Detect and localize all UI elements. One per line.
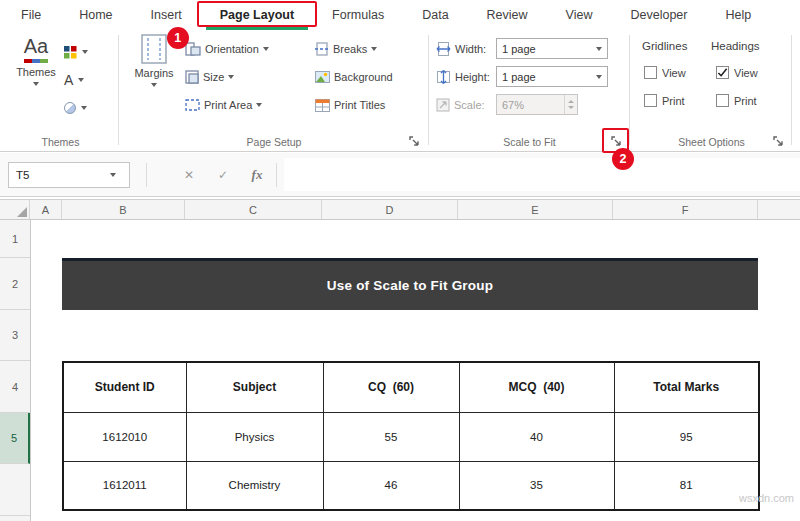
cell-student-id[interactable]: 1612011 (63, 461, 186, 510)
tab-page-layout[interactable]: Page Layout 1 (201, 0, 313, 30)
cell-subject[interactable]: Chemistry (186, 461, 323, 510)
sheet-options-dialog-launcher[interactable] (770, 133, 785, 148)
scale-label: Scale: (454, 99, 496, 111)
size-icon (185, 70, 199, 84)
row-header-6[interactable] (0, 464, 30, 516)
cell-mcq[interactable]: 40 (459, 412, 614, 461)
chevron-down-icon (33, 82, 39, 86)
page-setup-dialog-launcher[interactable] (406, 133, 421, 148)
tab-developer[interactable]: Developer (611, 0, 706, 30)
width-icon (436, 42, 451, 56)
name-box-input[interactable] (9, 169, 103, 181)
headings-print-checkbox[interactable] (716, 94, 729, 107)
formula-bar-divider (276, 163, 277, 187)
cancel-button[interactable]: ✕ (178, 164, 200, 186)
banner-title[interactable]: Use of Scale to Fit Group (62, 258, 758, 310)
cell-total[interactable]: 95 (614, 412, 759, 461)
column-header-filler (758, 200, 800, 219)
cell-subject[interactable]: Physics (186, 412, 323, 461)
tab-home[interactable]: Home (60, 0, 131, 30)
excel-window: File Home Insert Page Layout 1 Formulas … (0, 0, 800, 521)
column-headers: A B C D E F (0, 199, 800, 220)
header-student-id[interactable]: Student ID (63, 362, 186, 412)
enter-button[interactable]: ✓ (212, 164, 234, 186)
row-headers: 1 2 3 4 5 (0, 220, 31, 521)
dialog-launcher-icon (610, 135, 622, 147)
themes-button[interactable]: Aa Themes (10, 34, 62, 128)
column-header-f[interactable]: F (613, 200, 758, 219)
name-box[interactable] (8, 162, 130, 188)
chevron-down-icon (110, 173, 116, 177)
height-row: Height: (436, 66, 497, 88)
header-cq[interactable]: CQ (60) (323, 362, 459, 412)
cell-total[interactable]: 81 (614, 461, 759, 510)
gridlines-print-checkbox[interactable] (644, 94, 657, 107)
headings-view-checkbox[interactable] (716, 66, 729, 79)
tab-formulas[interactable]: Formulas (313, 0, 403, 30)
theme-fonts-button[interactable]: A (64, 68, 84, 92)
header-subject[interactable]: Subject (186, 362, 323, 412)
height-select[interactable]: 1 page (496, 66, 608, 87)
orientation-button[interactable]: Orientation (185, 38, 269, 60)
select-all-button[interactable] (0, 200, 30, 219)
size-button[interactable]: Size (185, 66, 234, 88)
gridlines-view-option: View (644, 66, 686, 79)
chevron-down-icon (263, 47, 269, 51)
ribbon: Aa Themes A Themes (0, 30, 800, 152)
scale-spinner[interactable] (564, 95, 577, 114)
row-header-1[interactable]: 1 (0, 220, 30, 258)
column-header-e[interactable]: E (458, 200, 613, 219)
cell-mcq[interactable]: 35 (459, 461, 614, 510)
background-button[interactable]: Background (315, 66, 393, 88)
scale-icon (436, 98, 450, 112)
scale-input[interactable]: 67% (496, 94, 578, 115)
insert-function-button[interactable]: fx (246, 164, 268, 186)
select-all-icon (17, 207, 27, 217)
cell-cq[interactable]: 55 (323, 412, 459, 461)
scale-to-fit-dialog-launcher[interactable] (608, 133, 623, 148)
background-icon (315, 71, 330, 83)
column-header-d[interactable]: D (322, 200, 458, 219)
header-mcq[interactable]: MCQ (40) (459, 362, 614, 412)
row-header-4[interactable]: 4 (0, 361, 30, 413)
cell-cq[interactable]: 46 (323, 461, 459, 510)
tab-review[interactable]: Review (468, 0, 547, 30)
tab-help[interactable]: Help (706, 0, 770, 30)
watermark: wsxdn.com (739, 492, 794, 504)
theme-effects-button[interactable] (64, 96, 87, 120)
dialog-launcher-icon (408, 135, 420, 147)
tab-insert[interactable]: Insert (132, 0, 201, 30)
chevron-down-icon (596, 75, 602, 79)
orientation-icon (185, 42, 201, 56)
column-header-c[interactable]: C (185, 200, 322, 219)
tab-file[interactable]: File (2, 0, 60, 30)
column-header-a[interactable]: A (30, 200, 62, 219)
row-header-3[interactable]: 3 (0, 310, 30, 361)
ribbon-tab-bar: File Home Insert Page Layout 1 Formulas … (0, 0, 800, 30)
width-select[interactable]: 1 page (496, 38, 608, 59)
sheet-options-group-label: Sheet Options (632, 136, 791, 148)
row-header-5-selected[interactable]: 5 (0, 413, 30, 464)
tab-view[interactable]: View (547, 0, 612, 30)
row-header-2[interactable]: 2 (0, 258, 30, 310)
tab-data[interactable]: Data (403, 0, 467, 30)
theme-colors-button[interactable] (64, 40, 88, 64)
print-titles-button[interactable]: Print Titles (315, 94, 385, 116)
cell-student-id[interactable]: 1612010 (63, 412, 186, 461)
width-label: Width: (455, 43, 497, 55)
themes-button-label: Themes (16, 66, 56, 78)
chevron-down-icon (78, 78, 84, 82)
worksheet-grid[interactable]: Use of Scale to Fit Group Student ID Sub… (32, 220, 800, 521)
annotation-step-2-badge: 2 (612, 148, 634, 170)
table-row: 1612011 Chemistry 46 35 81 (63, 461, 759, 510)
table-header-row: Student ID Subject CQ (60) MCQ (40) Tota… (63, 362, 759, 412)
breaks-icon (315, 42, 329, 56)
column-header-b[interactable]: B (62, 200, 185, 219)
formula-input[interactable] (284, 158, 800, 191)
breaks-button[interactable]: Breaks (315, 38, 377, 60)
gridlines-view-checkbox[interactable] (644, 66, 657, 79)
chevron-down-icon (81, 106, 87, 110)
themes-icon: Aa (24, 34, 48, 63)
print-area-button[interactable]: Print Area (185, 94, 262, 116)
header-total-marks[interactable]: Total Marks (614, 362, 759, 412)
